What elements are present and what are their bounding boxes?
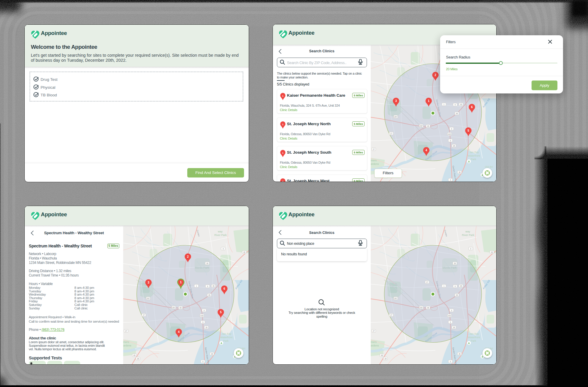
svg-text:4: 4: [282, 180, 284, 182]
svg-text:1: 1: [282, 95, 284, 97]
svg-text:1: 1: [180, 281, 182, 284]
svg-text:1: 1: [282, 123, 284, 126]
svg-text:1: 1: [282, 152, 284, 154]
svg-text:1: 1: [428, 99, 430, 103]
